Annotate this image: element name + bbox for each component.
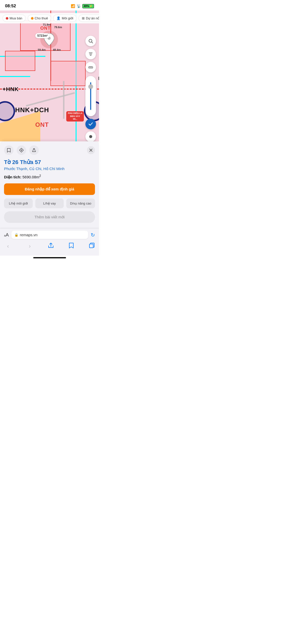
search-button[interactable] bbox=[85, 36, 96, 46]
measurement-bottom2: 48.4m bbox=[53, 48, 61, 51]
filter-tabs: Mua bán Cho thuê 👤 Môi giới ⊞ Dự án nổi … bbox=[0, 13, 99, 23]
filter-icon bbox=[88, 52, 93, 57]
phudienlap-badge: PHU DIÊN LABĐS XÂY09... bbox=[66, 111, 84, 122]
map-label-hnkdch: HNK+DCH bbox=[15, 106, 49, 114]
zoom-track bbox=[90, 82, 91, 110]
premium-service-button[interactable]: D/vụ nâng cao bbox=[66, 198, 95, 208]
panel-title: Tờ 26 Thửa 57 bbox=[4, 159, 95, 166]
directions-button[interactable] bbox=[17, 145, 26, 155]
browser-nav: ‹ › bbox=[0, 240, 99, 256]
ruler-button[interactable] bbox=[85, 62, 96, 72]
dot-button[interactable] bbox=[85, 131, 96, 141]
close-icon bbox=[89, 148, 93, 152]
panel-left-actions bbox=[4, 145, 39, 155]
cyan-horizontal-line-2 bbox=[0, 76, 30, 77]
contact-broker-button[interactable]: L/hệ môi giới bbox=[4, 198, 33, 208]
home-indicator bbox=[0, 256, 99, 259]
bookmark-icon bbox=[7, 148, 11, 152]
map-label-hnk-left: +HNK bbox=[3, 86, 19, 93]
map-label-hnk-right: HNK bbox=[98, 76, 99, 81]
ruler-icon bbox=[88, 65, 93, 70]
share-nav-button[interactable] bbox=[48, 242, 54, 251]
map-pink-block-3 bbox=[50, 61, 86, 86]
close-panel-button[interactable] bbox=[87, 146, 95, 154]
home-bar bbox=[33, 257, 66, 258]
status-time: 08:52 bbox=[5, 4, 16, 9]
filter-button[interactable] bbox=[85, 49, 96, 59]
map-controls bbox=[85, 36, 96, 72]
svg-rect-16 bbox=[89, 244, 93, 248]
font-size-button[interactable]: aA bbox=[4, 232, 9, 238]
tab-mua-ban[interactable]: Mua bán bbox=[3, 15, 26, 22]
map-area[interactable]: 71.9m 79.6m 5723m² 59.4m 48.4m +HNK HNK … bbox=[0, 11, 99, 141]
tabs-icon bbox=[88, 242, 95, 249]
status-bar: 08:52 📶 📡 49%⚡ bbox=[0, 0, 99, 11]
zoom-slider[interactable] bbox=[85, 76, 96, 116]
area-label: Diện tích: bbox=[4, 175, 21, 179]
map-label-ont-bottom: ONT bbox=[35, 121, 49, 128]
gray-road-1 bbox=[26, 92, 75, 107]
panel-area-row: Diện tích: 5690.08m2 bbox=[4, 174, 95, 179]
area-pin-label: 5723m² bbox=[35, 33, 50, 38]
confirm-button[interactable] bbox=[85, 119, 96, 129]
svg-line-2 bbox=[92, 42, 93, 43]
login-button[interactable]: Đăng nhập để xem định giá bbox=[4, 183, 95, 195]
bookmarks-button[interactable] bbox=[68, 242, 75, 251]
reload-button[interactable]: ↻ bbox=[91, 232, 95, 238]
bookmarks-icon bbox=[68, 242, 75, 249]
add-post-button[interactable]: Thêm bài viết mới bbox=[4, 211, 95, 223]
directions-icon bbox=[19, 148, 24, 152]
tab-cho-thue[interactable]: Cho thuê bbox=[28, 15, 51, 22]
area-value: 5690.08m2 bbox=[22, 174, 41, 179]
bookmark-button[interactable] bbox=[4, 145, 14, 155]
map-pink-block-2 bbox=[5, 51, 35, 71]
battery-indicator: 49%⚡ bbox=[82, 4, 94, 8]
checkmark-icon bbox=[88, 121, 93, 127]
browser-bar: aA 🔒 remaps.vn ↻ bbox=[0, 228, 99, 240]
share-nav-icon bbox=[48, 242, 54, 249]
gray-road-2 bbox=[63, 81, 64, 119]
measurement-bottom1: 59.4m bbox=[38, 48, 46, 51]
url-text: remaps.vn bbox=[20, 233, 38, 237]
map-circle-left bbox=[0, 101, 15, 121]
dot-orange-icon bbox=[31, 17, 34, 20]
signal-icon: 📶 bbox=[71, 4, 75, 8]
zoom-thumb[interactable] bbox=[88, 84, 93, 89]
map-pin[interactable]: 71.9m 79.6m 5723m² 59.4m 48.4m bbox=[40, 31, 58, 48]
measurement-top2: 79.6m bbox=[54, 26, 62, 29]
contact-loan-button[interactable]: L/hệ vay bbox=[35, 198, 64, 208]
map-label-ont-top: ONT bbox=[40, 26, 51, 31]
panel-subtitle: Phước Thạnh, Củ Chi, Hồ Chí Minh bbox=[4, 167, 95, 171]
dot-icon bbox=[89, 135, 92, 138]
tab-moi-gioi[interactable]: 👤 Môi giới bbox=[53, 15, 77, 22]
share-icon bbox=[32, 148, 36, 152]
forward-button[interactable]: › bbox=[26, 242, 34, 251]
grid-icon: ⊞ bbox=[82, 16, 85, 20]
person-icon: 👤 bbox=[56, 16, 60, 20]
panel-top-actions bbox=[4, 145, 95, 155]
action-buttons-row: L/hệ môi giới L/hệ vay D/vụ nâng cao bbox=[4, 198, 95, 208]
url-bar[interactable]: 🔒 remaps.vn bbox=[11, 231, 88, 239]
wifi-icon: 📡 bbox=[77, 4, 81, 8]
lock-icon: 🔒 bbox=[14, 233, 18, 237]
dot-red-icon bbox=[6, 17, 8, 20]
tabs-button[interactable] bbox=[88, 242, 95, 251]
share-panel-button[interactable] bbox=[29, 145, 39, 155]
back-button[interactable]: ‹ bbox=[4, 242, 12, 251]
search-icon bbox=[88, 38, 93, 44]
status-icons: 📶 📡 49%⚡ bbox=[71, 4, 94, 8]
tab-du-an[interactable]: ⊞ Dự án nổi bật bbox=[79, 15, 99, 22]
bottom-panel: Tờ 26 Thửa 57 Phước Thạnh, Củ Chi, Hồ Ch… bbox=[0, 141, 99, 228]
